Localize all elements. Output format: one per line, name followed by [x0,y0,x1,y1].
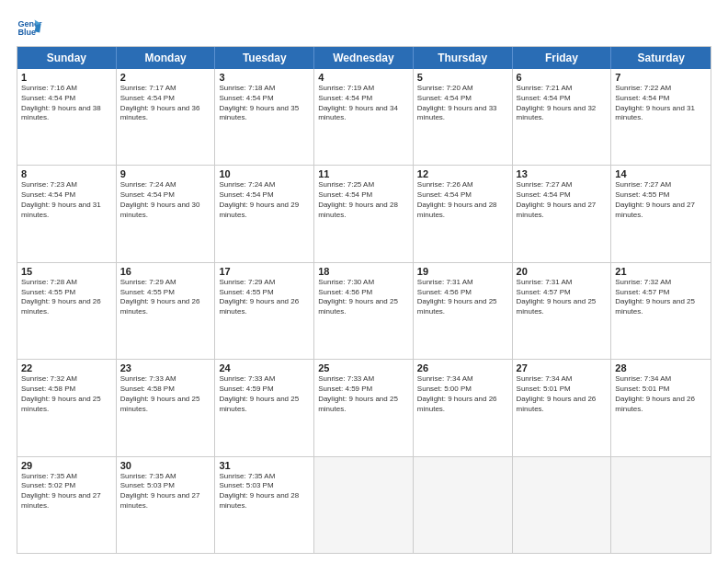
day-number: 9 [120,168,211,179]
day-info: Sunrise: 7:35 AMSunset: 5:03 PMDaylight:… [219,472,310,511]
day-info: Sunrise: 7:16 AMSunset: 4:54 PMDaylight:… [21,84,112,123]
day-info: Sunrise: 7:20 AMSunset: 4:54 PMDaylight:… [417,84,508,123]
day-info: Sunrise: 7:33 AMSunset: 4:59 PMDaylight:… [219,374,310,414]
day-number: 3 [219,72,310,83]
logo: General Blue [17,15,42,40]
day-cell-22: 22Sunrise: 7:32 AMSunset: 4:58 PMDayligh… [17,360,117,455]
day-info: Sunrise: 7:22 AMSunset: 4:54 PMDaylight:… [615,84,707,123]
week-row-2: 8Sunrise: 7:23 AMSunset: 4:54 PMDaylight… [17,166,711,262]
day-cell-3: 3Sunrise: 7:18 AMSunset: 4:54 PMDaylight… [215,69,314,165]
day-cell-8: 8Sunrise: 7:23 AMSunset: 4:54 PMDaylight… [17,166,117,261]
day-number: 10 [219,168,310,179]
day-info: Sunrise: 7:34 AMSunset: 5:00 PMDaylight:… [417,374,508,414]
day-number: 28 [615,362,707,373]
day-info: Sunrise: 7:32 AMSunset: 4:58 PMDaylight:… [21,374,112,414]
empty-cell [611,457,711,553]
day-number: 6 [517,72,608,83]
day-info: Sunrise: 7:21 AMSunset: 4:54 PMDaylight:… [517,84,608,123]
calendar: SundayMondayTuesdayWednesdayThursdayFrid… [17,46,711,554]
day-info: Sunrise: 7:25 AMSunset: 4:54 PMDaylight:… [318,180,409,220]
day-cell-25: 25Sunrise: 7:33 AMSunset: 4:59 PMDayligh… [314,360,414,455]
day-info: Sunrise: 7:31 AMSunset: 4:56 PMDaylight:… [417,278,508,317]
day-info: Sunrise: 7:34 AMSunset: 5:01 PMDaylight:… [517,374,608,414]
header-day-sunday: Sunday [17,47,117,69]
day-cell-12: 12Sunrise: 7:26 AMSunset: 4:54 PMDayligh… [414,166,513,261]
day-cell-30: 30Sunrise: 7:35 AMSunset: 5:03 PMDayligh… [117,457,216,553]
day-number: 30 [120,460,211,471]
day-info: Sunrise: 7:35 AMSunset: 5:02 PMDaylight:… [21,472,112,511]
day-number: 11 [318,168,409,179]
week-row-5: 29Sunrise: 7:35 AMSunset: 5:02 PMDayligh… [17,457,711,553]
header-day-friday: Friday [513,47,612,69]
day-cell-18: 18Sunrise: 7:30 AMSunset: 4:56 PMDayligh… [314,263,414,359]
day-info: Sunrise: 7:31 AMSunset: 4:57 PMDaylight:… [517,278,608,317]
day-cell-10: 10Sunrise: 7:24 AMSunset: 4:54 PMDayligh… [215,166,314,261]
day-cell-26: 26Sunrise: 7:34 AMSunset: 5:00 PMDayligh… [414,360,513,455]
day-info: Sunrise: 7:32 AMSunset: 4:57 PMDaylight:… [615,278,707,317]
day-info: Sunrise: 7:24 AMSunset: 4:54 PMDaylight:… [120,180,211,220]
day-cell-2: 2Sunrise: 7:17 AMSunset: 4:54 PMDaylight… [117,69,216,165]
day-cell-6: 6Sunrise: 7:21 AMSunset: 4:54 PMDaylight… [513,69,612,165]
day-info: Sunrise: 7:23 AMSunset: 4:54 PMDaylight:… [21,180,112,220]
day-info: Sunrise: 7:18 AMSunset: 4:54 PMDaylight:… [219,84,310,123]
day-cell-17: 17Sunrise: 7:29 AMSunset: 4:55 PMDayligh… [215,263,314,359]
day-number: 5 [417,72,508,83]
day-cell-29: 29Sunrise: 7:35 AMSunset: 5:02 PMDayligh… [17,457,117,553]
day-info: Sunrise: 7:33 AMSunset: 4:58 PMDaylight:… [120,374,211,414]
day-info: Sunrise: 7:29 AMSunset: 4:55 PMDaylight:… [219,278,310,317]
day-info: Sunrise: 7:35 AMSunset: 5:03 PMDaylight:… [120,472,211,511]
header-day-wednesday: Wednesday [314,47,414,69]
day-cell-21: 21Sunrise: 7:32 AMSunset: 4:57 PMDayligh… [611,263,711,359]
day-number: 4 [318,72,409,83]
day-cell-23: 23Sunrise: 7:33 AMSunset: 4:58 PMDayligh… [117,360,216,455]
day-cell-20: 20Sunrise: 7:31 AMSunset: 4:57 PMDayligh… [513,263,612,359]
day-cell-11: 11Sunrise: 7:25 AMSunset: 4:54 PMDayligh… [314,166,414,261]
empty-cell [314,457,414,553]
day-number: 15 [21,266,112,277]
day-info: Sunrise: 7:17 AMSunset: 4:54 PMDaylight:… [120,84,211,123]
day-number: 8 [21,168,112,179]
day-cell-5: 5Sunrise: 7:20 AMSunset: 4:54 PMDaylight… [414,69,513,165]
header-day-monday: Monday [117,47,216,69]
header-day-thursday: Thursday [414,47,513,69]
day-number: 2 [120,72,211,83]
day-info: Sunrise: 7:29 AMSunset: 4:55 PMDaylight:… [120,278,211,317]
empty-cell [513,457,612,553]
week-row-4: 22Sunrise: 7:32 AMSunset: 4:58 PMDayligh… [17,360,711,456]
day-number: 12 [417,168,508,179]
day-cell-31: 31Sunrise: 7:35 AMSunset: 5:03 PMDayligh… [215,457,314,553]
day-number: 18 [318,266,409,277]
week-row-3: 15Sunrise: 7:28 AMSunset: 4:55 PMDayligh… [17,263,711,360]
day-info: Sunrise: 7:26 AMSunset: 4:54 PMDaylight:… [417,180,508,220]
svg-text:Blue: Blue [17,28,36,37]
day-info: Sunrise: 7:30 AMSunset: 4:56 PMDaylight:… [318,278,409,317]
day-info: Sunrise: 7:19 AMSunset: 4:54 PMDaylight:… [318,84,409,123]
logo-icon: General Blue [17,15,42,40]
day-number: 20 [517,266,608,277]
day-number: 24 [219,362,310,373]
day-info: Sunrise: 7:24 AMSunset: 4:54 PMDaylight:… [219,180,310,220]
day-info: Sunrise: 7:27 AMSunset: 4:54 PMDaylight:… [517,180,608,220]
day-cell-1: 1Sunrise: 7:16 AMSunset: 4:54 PMDaylight… [17,69,117,165]
day-number: 22 [21,362,112,373]
day-cell-27: 27Sunrise: 7:34 AMSunset: 5:01 PMDayligh… [513,360,612,455]
day-cell-16: 16Sunrise: 7:29 AMSunset: 4:55 PMDayligh… [117,263,216,359]
calendar-header: SundayMondayTuesdayWednesdayThursdayFrid… [17,47,711,69]
day-number: 23 [120,362,211,373]
header-day-tuesday: Tuesday [215,47,314,69]
day-info: Sunrise: 7:33 AMSunset: 4:59 PMDaylight:… [318,374,409,414]
day-cell-9: 9Sunrise: 7:24 AMSunset: 4:54 PMDaylight… [117,166,216,261]
day-number: 7 [615,72,707,83]
day-number: 29 [21,460,112,471]
day-info: Sunrise: 7:28 AMSunset: 4:55 PMDaylight:… [21,278,112,317]
day-cell-15: 15Sunrise: 7:28 AMSunset: 4:55 PMDayligh… [17,263,117,359]
day-info: Sunrise: 7:34 AMSunset: 5:01 PMDaylight:… [615,374,707,414]
empty-cell [414,457,513,553]
day-number: 19 [417,266,508,277]
day-number: 13 [517,168,608,179]
day-number: 27 [517,362,608,373]
day-cell-24: 24Sunrise: 7:33 AMSunset: 4:59 PMDayligh… [215,360,314,455]
page: General Blue SundayMondayTuesdayWednesda… [0,0,728,563]
day-number: 14 [615,168,707,179]
day-info: Sunrise: 7:27 AMSunset: 4:55 PMDaylight:… [615,180,707,220]
